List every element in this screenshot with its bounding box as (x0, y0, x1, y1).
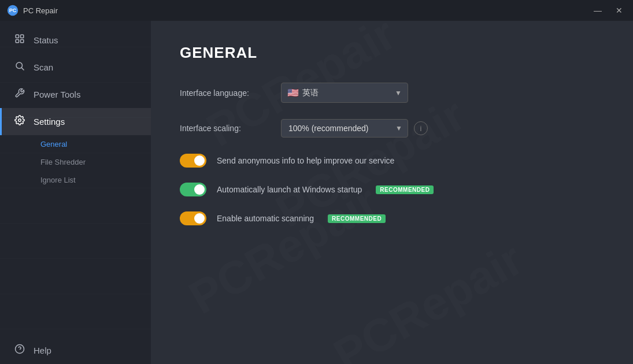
sidebar-item-settings[interactable]: Settings (0, 108, 151, 135)
auto-launch-toggle[interactable] (180, 183, 206, 196)
language-flag: 🇺🇸 (287, 87, 299, 98)
sidebar-item-scan-label: Scan (34, 62, 53, 72)
auto-launch-badge: RECOMMENDED (376, 185, 434, 194)
language-value: 英语 (302, 88, 395, 98)
status-icon (14, 34, 25, 47)
svg-point-6 (16, 62, 23, 69)
svg-rect-3 (21, 35, 24, 38)
close-button[interactable]: ✕ (612, 5, 626, 16)
auto-scan-badge: RECOMMENDED (328, 214, 386, 223)
auto-launch-label: Automatically launch at Windows startup (217, 185, 362, 194)
toggle-row-auto-scan: Enable automatic scanning RECOMMENDED (180, 211, 604, 225)
sidebar-sub-menu: General File Shredder Ignore List (0, 135, 151, 189)
sidebar-item-power-tools-label: Power Tools (34, 90, 80, 99)
scaling-info-button[interactable]: i (414, 121, 428, 135)
interface-language-select[interactable]: 🇺🇸 英语 ▼ (281, 83, 408, 103)
language-dropdown-arrow: ▼ (395, 89, 402, 97)
interface-language-label: Interface language: (180, 88, 281, 98)
scan-icon (14, 61, 25, 74)
svg-text:PC: PC (9, 8, 17, 13)
interface-scaling-row: Interface scaling: 100% (recommended) ▼ … (180, 119, 604, 138)
interface-language-row: Interface language: 🇺🇸 英语 ▼ (180, 83, 604, 103)
sidebar-item-status-label: Status (34, 35, 58, 45)
app-icon: PC (7, 5, 18, 16)
toggle-row-anonymous: Send anonymous info to help improve our … (180, 154, 604, 168)
sidebar-item-status[interactable]: Status (0, 27, 151, 54)
sidebar: Status Scan Power Tools (0, 21, 151, 364)
settings-icon (14, 115, 25, 128)
sidebar-sub-item-file-shredder[interactable]: File Shredder (34, 153, 151, 171)
sidebar-item-settings-label: Settings (34, 117, 65, 127)
svg-rect-4 (16, 40, 18, 43)
page-title: GENERAL (180, 44, 604, 62)
scaling-select[interactable]: 100% (recommended) (281, 119, 408, 138)
help-icon (14, 344, 25, 357)
title-bar-left: PC PC Repair (7, 5, 58, 16)
interface-scaling-dropdown[interactable]: 100% (recommended) ▼ (281, 119, 408, 138)
auto-scan-label: Enable automatic scanning (217, 214, 314, 223)
sidebar-item-help[interactable]: Help (0, 337, 151, 364)
title-bar-controls: — ✕ (590, 5, 626, 16)
svg-rect-2 (16, 35, 18, 38)
anonymous-info-toggle[interactable] (180, 154, 206, 168)
auto-scan-toggle[interactable] (180, 211, 206, 225)
main-content: PCRepair PCRepair PCRepair PCRepair GENE… (151, 21, 633, 364)
sidebar-sub-item-general[interactable]: General (34, 135, 151, 153)
svg-rect-5 (21, 40, 24, 43)
sidebar-item-scan[interactable]: Scan (0, 54, 151, 81)
anonymous-info-label: Send anonymous info to help improve our … (217, 156, 394, 165)
interface-scaling-label: Interface scaling: (180, 124, 281, 133)
svg-line-7 (21, 68, 24, 70)
power-tools-icon (14, 88, 25, 101)
sidebar-item-help-label: Help (34, 346, 51, 355)
title-bar: PC PC Repair — ✕ (0, 0, 633, 21)
toggle-row-auto-launch: Automatically launch at Windows startup … (180, 183, 604, 196)
sidebar-item-power-tools[interactable]: Power Tools (0, 81, 151, 108)
minimize-button[interactable]: — (590, 5, 605, 16)
sidebar-sub-item-ignore-list[interactable]: Ignore List (34, 171, 151, 189)
app-title: PC Repair (23, 6, 58, 15)
layout: Status Scan Power Tools (0, 21, 633, 364)
svg-point-8 (18, 119, 21, 122)
